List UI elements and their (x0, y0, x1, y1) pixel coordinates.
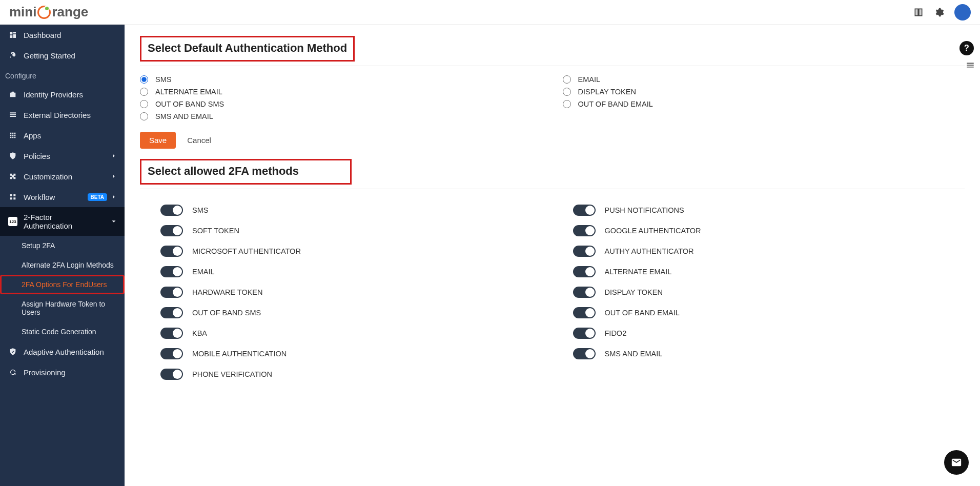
gear-icon[interactable] (934, 7, 944, 17)
toggle-switch[interactable] (160, 287, 183, 298)
sidebar-label: Workflow (24, 193, 55, 201)
radio-out-of-band-sms[interactable]: OUT OF BAND SMS (140, 100, 542, 108)
workflow-icon (8, 192, 17, 201)
toggle-authy-authenticator: AUTHY AUTHENTICATOR (573, 246, 965, 257)
sidebar-item-external-directories[interactable]: External Directories (0, 105, 125, 125)
toggle-switch[interactable] (573, 328, 596, 339)
hamburger-icon[interactable] (966, 60, 975, 70)
toggle-microsoft-authenticator: MICROSOFT AUTHENTICATOR (160, 246, 553, 257)
sidebar-label: Adaptive Authentication (24, 348, 104, 356)
sidebar-label: External Directories (24, 111, 91, 119)
toggle-switch[interactable] (573, 287, 596, 298)
radio-alternate-email[interactable]: ALTERNATE EMAIL (140, 88, 542, 96)
radio-display-token[interactable]: DISPLAY TOKEN (563, 88, 965, 96)
sidebar-item-customization[interactable]: Customization (0, 166, 125, 187)
sidebar-item-adaptive-auth[interactable]: Adaptive Authentication (0, 341, 125, 362)
toggle-fido2: FIDO2 (573, 328, 965, 339)
button-row: Save Cancel (140, 132, 965, 149)
sidebar-label: Provisioning (24, 368, 66, 377)
chevron-right-icon (110, 193, 117, 200)
toggle-switch[interactable] (160, 225, 183, 236)
logo-suffix: range (52, 4, 88, 20)
sidebar-item-workflow[interactable]: Workflow BETA (0, 187, 125, 207)
heading-default-auth-method: Select Default Authentication Method (148, 42, 347, 55)
radio-input[interactable] (140, 112, 148, 120)
guide-icon[interactable] (913, 7, 924, 17)
radio-input[interactable] (140, 88, 148, 96)
toggle-email: EMAIL (160, 266, 553, 277)
radio-input[interactable] (140, 100, 148, 108)
help-button[interactable]: ? (959, 41, 974, 55)
sidebar-label: Policies (24, 152, 50, 160)
toggle-label: SMS AND EMAIL (605, 350, 663, 358)
sidebar-item-dashboard[interactable]: Dashboard (0, 25, 125, 45)
toggle-kba: KBA (160, 328, 553, 339)
sidebar: Dashboard Getting Started Configure Iden… (0, 25, 125, 486)
highlight-2fa: 123 2-Factor Authentication (0, 207, 125, 236)
radio-label: EMAIL (578, 75, 601, 84)
sidebar-sub-alternate-login[interactable]: Alternate 2FA Login Methods (0, 255, 125, 275)
toggle-switch[interactable] (573, 205, 596, 216)
toggle-alternate-email: ALTERNATE EMAIL (573, 266, 965, 277)
toggle-switch[interactable] (573, 307, 596, 318)
toggle-switch[interactable] (573, 266, 596, 277)
radio-label: ALTERNATE EMAIL (155, 88, 222, 96)
radio-label: OUT OF BAND SMS (155, 100, 224, 108)
toggle-switch[interactable] (573, 225, 596, 236)
logo[interactable]: mini range (9, 4, 88, 20)
sidebar-sub-2fa-options[interactable]: 2FA Options For EndUsers (0, 275, 125, 294)
radio-input[interactable] (563, 100, 571, 108)
toggle-switch[interactable] (160, 328, 183, 339)
save-button[interactable]: Save (140, 132, 176, 149)
toggle-switch[interactable] (160, 246, 183, 257)
highlight-heading-2: Select allowed 2FA methods (140, 159, 352, 185)
heading-allowed-2fa: Select allowed 2FA methods (148, 165, 299, 178)
radio-sms-and-email[interactable]: SMS AND EMAIL (140, 112, 542, 120)
radio-input[interactable] (140, 75, 148, 84)
toggle-switch[interactable] (160, 369, 183, 380)
sidebar-heading-configure: Configure (0, 66, 125, 84)
toggle-label: MOBILE AUTHENTICATION (192, 350, 287, 358)
sidebar-item-policies[interactable]: Policies (0, 146, 125, 166)
sidebar-item-apps[interactable]: Apps (0, 125, 125, 146)
sidebar-item-provisioning[interactable]: Provisioning (0, 362, 125, 382)
radio-input[interactable] (563, 75, 571, 84)
toggle-switch[interactable] (573, 348, 596, 359)
toggle-label: KBA (192, 329, 207, 337)
main-content: Select Default Authentication Method SMS… (125, 25, 980, 486)
toggle-switch[interactable] (160, 205, 183, 216)
radio-email[interactable]: EMAIL (563, 75, 965, 84)
chat-button[interactable] (944, 450, 969, 475)
cancel-button[interactable]: Cancel (187, 136, 211, 145)
toggle-switch[interactable] (160, 348, 183, 359)
chevron-right-icon (110, 173, 117, 180)
sidebar-label: Identity Providers (24, 90, 83, 99)
sidebar-item-identity-providers[interactable]: Identity Providers (0, 84, 125, 105)
toggle-label: MICROSOFT AUTHENTICATOR (192, 247, 301, 255)
radio-label: SMS AND EMAIL (155, 112, 213, 120)
sidebar-item-two-factor[interactable]: 123 2-Factor Authentication (0, 207, 125, 236)
toggle-google-authenticator: GOOGLE AUTHENTICATOR (573, 225, 965, 236)
radio-sms[interactable]: SMS (140, 75, 542, 84)
toggle-display-token: DISPLAY TOKEN (573, 287, 965, 298)
header-actions (913, 4, 971, 21)
toggle-out-of-band-sms: OUT OF BAND SMS (160, 307, 553, 318)
sidebar-sub-static-code[interactable]: Static Code Generation (0, 322, 125, 341)
toggle-out-of-band-email: OUT OF BAND EMAIL (573, 307, 965, 318)
sidebar-sub-assign-token[interactable]: Assign Hardware Token to Users (0, 294, 125, 322)
radio-input[interactable] (563, 88, 571, 96)
toggle-switch[interactable] (573, 246, 596, 257)
sidebar-label: Customization (24, 172, 72, 181)
avatar[interactable] (954, 4, 971, 21)
puzzle-icon (8, 172, 17, 181)
radio-out-of-band-email[interactable]: OUT OF BAND EMAIL (563, 100, 965, 108)
sidebar-item-getting-started[interactable]: Getting Started (0, 45, 125, 66)
toggle-switch[interactable] (160, 307, 183, 318)
toggle-label: DISPLAY TOKEN (605, 288, 663, 296)
toggle-switch[interactable] (160, 266, 183, 277)
highlight-heading-1: Select Default Authentication Method (140, 36, 355, 62)
toggle-label: PHONE VERIFICATION (192, 370, 272, 378)
toggle-phone-verification: PHONE VERIFICATION (160, 369, 553, 380)
sidebar-sub-setup-2fa[interactable]: Setup 2FA (0, 236, 125, 255)
sync-icon (8, 368, 17, 377)
